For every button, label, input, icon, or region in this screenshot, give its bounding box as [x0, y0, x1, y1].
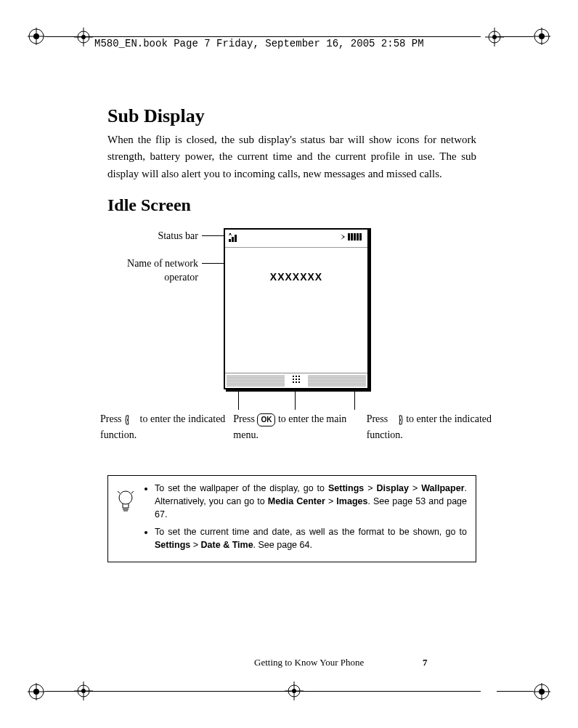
- svg-rect-32: [229, 239, 231, 242]
- tip-box: To set the wallpaper of the display, go …: [107, 475, 476, 563]
- left-softkey-icon: [124, 413, 137, 426]
- svg-point-51: [119, 491, 132, 504]
- tip-text: To set the wallpaper of the display, go …: [155, 483, 328, 493]
- svg-point-27: [81, 689, 86, 693]
- leader-line: [202, 263, 227, 264]
- right-softkey-area: [308, 375, 366, 387]
- signal-icon: [229, 232, 242, 244]
- svg-line-55: [131, 491, 134, 493]
- footer-page-number: 7: [423, 657, 428, 668]
- tip-bold: Images: [336, 496, 367, 506]
- registration-mark-icon: [73, 680, 94, 702]
- tip-bold: Settings: [328, 483, 364, 493]
- svg-point-31: [292, 689, 296, 693]
- status-icons-right: [339, 232, 364, 244]
- leader-line: [354, 388, 355, 410]
- heading-idle-screen: Idle Screen: [107, 195, 476, 215]
- svg-rect-47: [296, 381, 297, 383]
- footer-section-title: Getting to Know Your Phone: [254, 657, 364, 668]
- crop-ornament-bottom-right: [533, 683, 550, 700]
- sub-display-body: When the flip is closed, the sub display…: [107, 132, 476, 182]
- tip-item: To set the current time and date, as wel…: [155, 525, 467, 551]
- label-status-bar: Status bar: [129, 230, 198, 243]
- svg-rect-37: [354, 233, 356, 240]
- svg-rect-45: [298, 379, 300, 380]
- svg-rect-38: [357, 233, 359, 240]
- svg-rect-44: [296, 379, 297, 380]
- svg-rect-48: [298, 381, 300, 383]
- crop-ornament-top-right: [533, 28, 550, 45]
- tip-bold: Date & Time: [201, 540, 253, 550]
- svg-rect-42: [298, 376, 300, 377]
- tip-bold: Display: [377, 483, 409, 493]
- phone-status-bar: [225, 230, 367, 248]
- phone-screen: XXXXXXX: [224, 228, 369, 389]
- ok-key-icon: OK: [257, 413, 275, 426]
- crop-ornament-top-left: [28, 28, 45, 45]
- tip-bold: Settings: [155, 540, 190, 550]
- tip-text: >: [190, 540, 200, 550]
- label-network-operator: Name of network operator: [107, 257, 198, 285]
- tip-text: To set the current time and date, as wel…: [155, 527, 467, 537]
- menu-dots-icon: [288, 375, 305, 387]
- svg-point-50: [399, 419, 401, 421]
- tip-text: >: [364, 483, 376, 493]
- callout-text: Press: [367, 413, 388, 424]
- svg-point-23: [492, 35, 497, 39]
- leader-line: [202, 235, 227, 236]
- callout-text: Press: [233, 413, 255, 424]
- callout-text: Press: [100, 413, 122, 424]
- registration-mark-icon: [484, 26, 505, 48]
- crop-line: [497, 691, 533, 692]
- idle-screen-diagram: Status bar Name of network operator XXXX…: [107, 221, 476, 468]
- leader-line: [295, 388, 296, 410]
- callout-right-softkey: Press to enter the indicated function.: [367, 411, 492, 444]
- svg-line-54: [118, 491, 120, 493]
- registration-mark-icon: [73, 26, 94, 48]
- svg-rect-43: [293, 379, 294, 380]
- svg-rect-46: [293, 381, 294, 383]
- right-softkey-icon: [391, 413, 404, 426]
- tip-text: >: [325, 496, 336, 506]
- tip-item: To set the wallpaper of the display, go …: [155, 482, 467, 521]
- left-softkey-area: [227, 375, 285, 387]
- network-operator-name: XXXXXXX: [225, 271, 367, 283]
- callout-left-softkey: Press to enter the indicated function.: [100, 411, 226, 444]
- svg-rect-41: [296, 376, 297, 377]
- lightbulb-icon: [115, 489, 136, 515]
- svg-rect-40: [293, 376, 294, 377]
- tip-text: . See page 64.: [253, 540, 312, 550]
- softkey-bar: [225, 373, 367, 388]
- svg-rect-34: [235, 235, 237, 242]
- svg-rect-33: [232, 237, 234, 242]
- svg-point-19: [81, 35, 86, 39]
- svg-rect-35: [348, 233, 350, 240]
- crop-line: [45, 36, 481, 37]
- tip-bold: Wallpaper: [421, 483, 464, 493]
- svg-point-49: [127, 419, 129, 421]
- print-header: M580_EN.book Page 7 Friday, September 16…: [94, 38, 424, 49]
- tip-bold: Media Center: [268, 496, 325, 506]
- heading-sub-display: Sub Display: [107, 105, 476, 127]
- svg-rect-39: [359, 233, 362, 240]
- registration-mark-icon: [283, 680, 305, 702]
- svg-rect-36: [351, 233, 353, 240]
- crop-line: [45, 691, 481, 692]
- crop-ornament-bottom-left: [28, 683, 45, 700]
- tip-text: >: [409, 483, 421, 493]
- leader-line: [238, 388, 239, 410]
- callout-center-ok: Press OK to enter the main menu.: [233, 411, 359, 444]
